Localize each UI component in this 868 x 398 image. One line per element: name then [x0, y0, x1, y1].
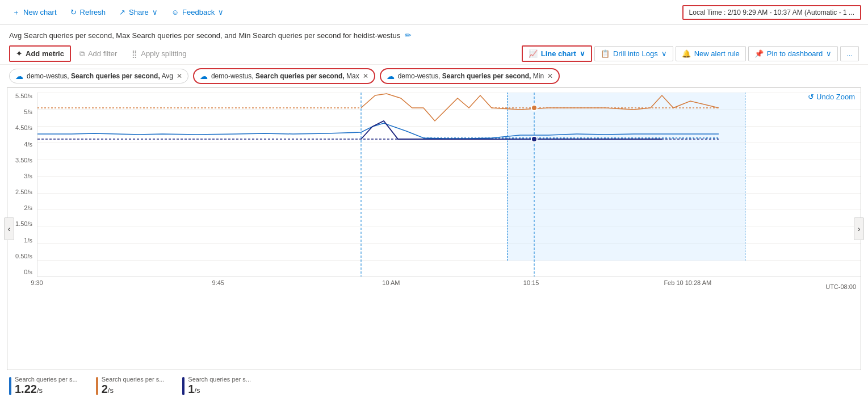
refresh-button[interactable]: ↻ Refresh [65, 5, 112, 20]
x-label-10am: 10 AM [382, 279, 400, 286]
chevron-down-icon-logs: ∨ [661, 49, 667, 58]
undo-zoom-label: Undo Zoom [816, 93, 855, 101]
y-label-250: 2.50/s [10, 188, 35, 195]
legend-color-min [182, 377, 184, 395]
new-chart-label: New chart [23, 8, 57, 16]
y-label-000: 0/s [10, 269, 35, 275]
legend-item-avg: Search queries per s... 1.22/s [9, 376, 78, 396]
x-label-1015: 10:15 [523, 279, 539, 286]
chart-container[interactable]: ‹ › ↺ Undo Zoom 5.50/s 5/s 4.50/s 4/s 3.… [7, 87, 861, 370]
legend-item-min: Search queries per s... 1/s [182, 376, 251, 396]
main-content: Avg Search queries per second, Max Searc… [0, 25, 868, 398]
edit-title-icon[interactable]: ✏ [405, 31, 412, 40]
x-label-945: 9:45 [212, 279, 224, 286]
legend-title-max: Search queries per s... [102, 376, 165, 383]
y-axis: 5.50/s 5/s 4.50/s 4/s 3.50/s 3/s 2.50/s … [7, 88, 37, 275]
metrics-toolbar: ✦ Add metric ⧉ Add filter ⣿ Apply splitt… [0, 43, 868, 65]
share-icon: ↗ [119, 8, 125, 16]
more-options-button[interactable]: ... [840, 46, 859, 61]
legend-title-min: Search queries per s... [188, 376, 251, 383]
metric-tag-max[interactable]: ☁ demo-westus, Search queries per second… [193, 68, 375, 84]
feedback-label: Feedback [182, 8, 215, 16]
metric-tag-min[interactable]: ☁ demo-westus, Search queries per second… [380, 68, 560, 84]
title-area: Avg Search queries per second, Max Searc… [0, 25, 868, 43]
share-label: Share [129, 8, 149, 16]
x-label-feb10: Feb 10 10:28 AM [664, 279, 711, 286]
cloud-icon-avg: ☁ [15, 72, 23, 81]
alert-rule-label: New alert rule [694, 49, 740, 58]
time-range-text: Local Time : 2/10 9:29 AM - 10:37 AM (Au… [689, 9, 854, 16]
cloud-icon-max: ☁ [200, 72, 208, 81]
min-cursor-dot [531, 136, 537, 142]
y-label-050: 0.50/s [10, 253, 35, 259]
add-metric-label: Add metric [26, 49, 64, 58]
pin-dashboard-label: Pin to dashboard [767, 49, 823, 58]
legend-title-avg: Search queries per s... [15, 376, 78, 383]
time-range-selector[interactable]: Local Time : 2/10 9:29 AM - 10:37 AM (Au… [682, 5, 861, 20]
cloud-icon-min: ☁ [387, 72, 395, 81]
toolbar-left: ＋ New chart ↻ Refresh ↗ Share ∨ ☺ Feedba… [7, 4, 229, 21]
add-filter-label: Add filter [88, 49, 117, 58]
new-alert-rule-button[interactable]: 🔔 New alert rule [676, 46, 746, 61]
metric-tags-row: ☁ demo-westus, Search queries per second… [0, 65, 868, 87]
x-label-930: 9:30 [31, 279, 43, 286]
refresh-label: Refresh [80, 8, 106, 16]
chart-svg [37, 93, 861, 276]
pin-icon: 📌 [754, 49, 764, 58]
feedback-button[interactable]: ☺ Feedback ∨ [166, 5, 229, 20]
legend-value-min: 1/s [188, 383, 251, 396]
y-label-450: 4.50/s [10, 124, 35, 131]
undo-zoom-button[interactable]: ↺ Undo Zoom [808, 93, 855, 101]
share-button[interactable]: ↗ Share ∨ [114, 5, 163, 20]
add-metric-button[interactable]: ✦ Add metric [9, 45, 71, 62]
max-cursor-dot [531, 105, 537, 111]
close-tag-max[interactable]: ✕ [363, 72, 368, 80]
add-filter-button[interactable]: ⧉ Add filter [73, 46, 123, 62]
tag-min-text: demo-westus, Search queries per second, … [398, 72, 544, 80]
filter-icon: ⧉ [79, 49, 85, 58]
chevron-down-icon: ∨ [152, 8, 158, 16]
chevron-down-icon-chart: ∨ [580, 49, 585, 58]
tag-avg-text: demo-westus, Search queries per second, … [27, 72, 173, 80]
drill-into-logs-button[interactable]: 📋 Drill into Logs ∨ [594, 46, 673, 61]
new-chart-button[interactable]: ＋ New chart [7, 4, 62, 21]
close-tag-min[interactable]: ✕ [547, 72, 553, 80]
legend-value-max: 2/s [102, 383, 165, 396]
chart-title: Avg Search queries per second, Max Searc… [9, 31, 400, 40]
plus-icon: ＋ [12, 7, 20, 18]
nav-arrow-left[interactable]: ‹ [4, 217, 14, 240]
pin-to-dashboard-button[interactable]: 📌 Pin to dashboard ∨ [748, 46, 838, 61]
y-label-550: 5.50/s [10, 93, 35, 99]
ellipsis-icon: ... [846, 49, 853, 58]
apply-splitting-button[interactable]: ⣿ Apply splitting [125, 46, 192, 61]
feedback-icon: ☺ [171, 8, 179, 16]
y-label-500: 5/s [10, 108, 35, 115]
split-icon: ⣿ [132, 49, 137, 58]
nav-arrow-right[interactable]: › [854, 217, 864, 240]
add-metric-icon: ✦ [16, 49, 22, 58]
legend-color-avg [9, 377, 11, 395]
legend-item-max: Search queries per s... 2/s [96, 376, 165, 396]
y-label-200: 2/s [10, 204, 35, 211]
legend-value-avg: 1.22/s [15, 383, 78, 396]
legend-area: Search queries per s... 1.22/s Search qu… [0, 372, 868, 398]
max-spike [361, 94, 719, 121]
x-axis: 9:30 9:45 10 AM 10:15 Feb 10 10:28 AM [37, 276, 861, 292]
line-chart-label: Line chart [541, 49, 576, 58]
logs-icon: 📋 [601, 49, 610, 58]
y-label-400: 4/s [10, 141, 35, 148]
apply-splitting-label: Apply splitting [141, 49, 186, 58]
chart-inner: ↺ Undo Zoom 5.50/s 5/s 4.50/s 4/s 3.50/s… [7, 88, 861, 292]
chevron-down-icon-feedback: ∨ [218, 8, 224, 16]
line-chart-icon: 📈 [529, 49, 538, 58]
undo-zoom-icon: ↺ [808, 93, 814, 101]
line-chart-button[interactable]: 📈 Line chart ∨ [522, 45, 592, 62]
legend-color-max [96, 377, 98, 395]
top-toolbar: ＋ New chart ↻ Refresh ↗ Share ∨ ☺ Feedba… [0, 0, 868, 25]
y-label-300: 3/s [10, 173, 35, 179]
close-tag-avg[interactable]: ✕ [177, 72, 182, 80]
alert-icon: 🔔 [682, 49, 691, 58]
metric-tag-avg[interactable]: ☁ demo-westus, Search queries per second… [9, 69, 188, 83]
refresh-icon: ↻ [70, 8, 77, 16]
chart-wrapper: ‹ › ↺ Undo Zoom 5.50/s 5/s 4.50/s 4/s 3.… [0, 87, 868, 398]
